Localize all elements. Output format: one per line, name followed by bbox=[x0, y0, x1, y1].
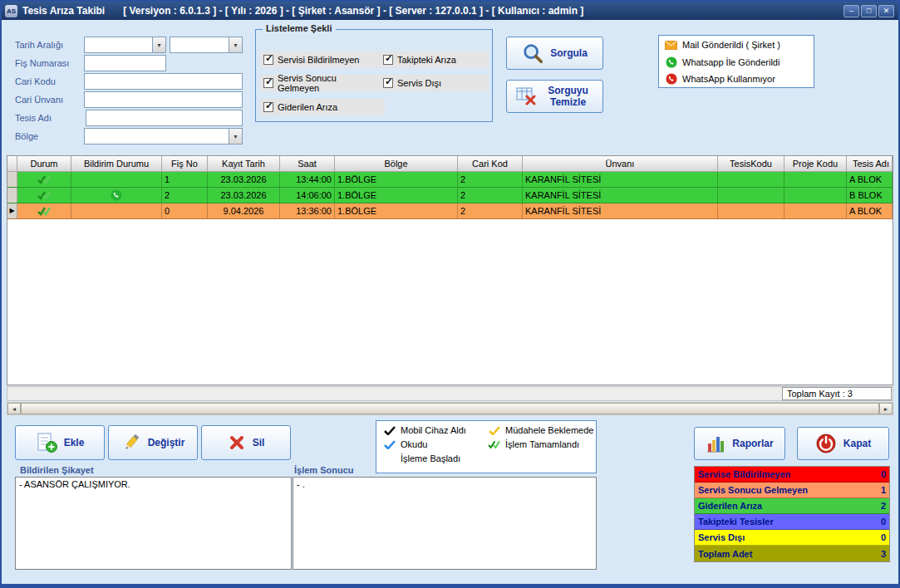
summary-row-takipteki-tesisler: Takipteki Tesisler 0 bbox=[695, 514, 889, 530]
minimize-button[interactable]: – bbox=[843, 5, 859, 17]
chevron-down-icon[interactable]: ▼ bbox=[152, 37, 165, 52]
summary-label: Toplam Adet bbox=[698, 549, 752, 559]
col-header-durum[interactable]: Durum bbox=[17, 156, 71, 172]
summary-value: 3 bbox=[881, 549, 886, 559]
status-double-check-icon bbox=[37, 174, 51, 184]
checkbox-servis-sonucu-gelmeyen[interactable]: ✓ Servis Sonucu Gelmeyen bbox=[260, 75, 380, 91]
delete-x-icon bbox=[228, 434, 246, 452]
close-button[interactable]: ✕ bbox=[878, 5, 894, 17]
legend-label: Müdahele Beklemede bbox=[505, 425, 593, 435]
degistir-button[interactable]: Değiştir bbox=[108, 425, 198, 460]
bildirilen-sikayet-textarea[interactable]: - ASANSÖR ÇALIŞMIYOR. bbox=[15, 477, 292, 570]
status-check-legend: Mobil Cihaz Aldı Okudu İşleme Başladı Mü… bbox=[376, 420, 597, 473]
kapat-button[interactable]: Kapat bbox=[797, 427, 889, 460]
row-selector: ▶ bbox=[7, 188, 17, 203]
checkbox-box-icon: ✓ bbox=[263, 78, 273, 88]
col-header-bolge[interactable]: Bölge bbox=[335, 156, 458, 172]
header-selector bbox=[7, 156, 17, 172]
islem-sonucu-label: İşlem Sonucu bbox=[294, 465, 354, 475]
cari-unvani-input[interactable] bbox=[84, 91, 243, 108]
summary-label: Giderilen Arıza bbox=[698, 501, 762, 511]
power-icon bbox=[815, 433, 837, 454]
raporlar-button[interactable]: Raporlar bbox=[694, 427, 785, 460]
title-bar[interactable]: AS Tesis Arıza Takibi [ Versiyon : 6.0.1… bbox=[2, 2, 898, 20]
col-header-proje-kodu[interactable]: Proje Kodu bbox=[784, 156, 847, 172]
cell-bildirim-durumu bbox=[71, 203, 162, 218]
col-header-tesis-kodu[interactable]: TesisKodu bbox=[718, 156, 784, 172]
status-double-check-icon bbox=[37, 190, 51, 200]
bildirilen-sikayet-label: Bildirilen Şikayet bbox=[20, 465, 94, 475]
checkbox-giderilen-ariza[interactable]: ✓ Giderilen Arıza bbox=[260, 99, 337, 115]
checkbox-servisi-bildirilmeyen[interactable]: ✓ Servisi Bildirilmeyen bbox=[260, 51, 380, 68]
cari-kodu-input[interactable] bbox=[84, 73, 243, 90]
cell-durum bbox=[17, 203, 71, 218]
col-header-fis-no[interactable]: Fiş No bbox=[162, 156, 208, 172]
col-header-saat[interactable]: Saat bbox=[280, 156, 335, 172]
cell-bolge: 1.BÖLGE bbox=[335, 203, 458, 218]
scroll-right-button[interactable]: ► bbox=[879, 403, 893, 414]
sorguyu-temizle-button[interactable]: Sorguyu Temizle bbox=[506, 80, 603, 113]
label-cari-kodu: Cari Kodu bbox=[15, 76, 56, 86]
checkbox-box-icon: ✓ bbox=[383, 55, 393, 65]
sorgula-button[interactable]: Sorgula bbox=[506, 37, 603, 70]
cell-tesis-adi: A BLOK bbox=[847, 172, 893, 187]
bolge-select[interactable]: ▼ bbox=[84, 128, 243, 145]
app-icon[interactable]: AS bbox=[5, 5, 17, 17]
checkbox-servis-disi[interactable]: ✓ Servis Dışı bbox=[380, 75, 441, 91]
pencil-icon bbox=[121, 433, 141, 453]
sorguyu-temizle-label: Sorguyu Temizle bbox=[543, 85, 594, 109]
col-header-tesis-adi[interactable]: Tesis Adı bbox=[847, 156, 893, 172]
cell-cari-kod: 2 bbox=[458, 188, 523, 203]
summary-row-servise-bildirilmeyen: Servise Bildirilmeyen 0 bbox=[695, 467, 889, 483]
selected-row-arrow-icon: ▶ bbox=[9, 208, 14, 214]
date-to-select[interactable]: ▼ bbox=[170, 37, 243, 53]
whatsapp-red-icon bbox=[666, 73, 677, 85]
cell-kayit-tarih: 9.04.2026 bbox=[208, 203, 280, 218]
cell-tesis-adi: A BLOK bbox=[847, 203, 893, 218]
legend-label: İşleme Başladı bbox=[401, 453, 460, 463]
clear-query-icon bbox=[516, 87, 536, 105]
fis-numarasi-input[interactable] bbox=[84, 55, 166, 71]
summary-value: 2 bbox=[881, 501, 886, 511]
table-row[interactable]: ▶ 0 9.04.2026 13:36:00 1.BÖLGE 2 KARANFİ… bbox=[7, 203, 893, 219]
date-from-select[interactable]: ▼ bbox=[84, 37, 166, 53]
col-header-unvani[interactable]: Ünvanı bbox=[523, 156, 718, 172]
scrollbar-thumb[interactable] bbox=[21, 403, 879, 414]
col-header-cari-kod[interactable]: Cari Kod bbox=[458, 156, 523, 172]
summary-label: Servis Sonucu Gelmeyen bbox=[698, 485, 808, 495]
ekle-button[interactable]: Ekle bbox=[15, 425, 105, 460]
cell-kayit-tarih: 23.03.2026 bbox=[208, 172, 280, 187]
cell-tesis-kodu bbox=[718, 203, 784, 218]
checkbox-takipteki-ariza[interactable]: ✓ Takipteki Arıza bbox=[380, 51, 456, 68]
cell-tesis-kodu bbox=[718, 172, 784, 187]
checkbox-row: ✓ Servis Sonucu Gelmeyen ✓ Servis Dışı bbox=[260, 75, 489, 91]
toplam-kayit-label: Toplam Kayıt : 3 bbox=[787, 389, 853, 399]
cell-durum bbox=[17, 172, 71, 187]
col-header-bildirim-durumu[interactable]: Bildirim Durumu bbox=[71, 156, 162, 172]
ekle-label: Ekle bbox=[64, 437, 85, 448]
cell-kayit-tarih: 23.03.2026 bbox=[208, 188, 280, 203]
row-selector: ▶ bbox=[7, 203, 17, 218]
table-row[interactable]: ▶ 1 23.03.2026 13:44:00 1.BÖLGE 2 KARANF… bbox=[7, 172, 893, 188]
col-header-kayit-tarih[interactable]: Kayıt Tarih bbox=[208, 156, 280, 172]
summary-row-servis-sonucu-gelmeyen: Servis Sonucu Gelmeyen 1 bbox=[695, 483, 889, 498]
cell-proje-kodu bbox=[784, 172, 847, 187]
scroll-left-button[interactable]: ◄ bbox=[7, 403, 21, 414]
sil-button[interactable]: Sil bbox=[201, 425, 291, 460]
chevron-down-icon[interactable]: ▼ bbox=[229, 129, 242, 144]
checkbox-label: Servis Dışı bbox=[397, 78, 441, 88]
chevron-down-icon[interactable]: ▼ bbox=[229, 37, 242, 52]
search-icon bbox=[522, 42, 543, 64]
horizontal-scrollbar[interactable]: ◄ ► bbox=[7, 402, 893, 415]
cell-fis-no: 0 bbox=[162, 203, 208, 218]
tesis-adi-input[interactable] bbox=[86, 110, 243, 126]
cell-unvani: KARANFİL SİTESİ bbox=[523, 172, 718, 187]
summary-value: 0 bbox=[881, 517, 886, 527]
checkbox-box-icon: ✓ bbox=[383, 78, 393, 88]
islem-sonucu-textarea[interactable]: - . bbox=[293, 477, 597, 570]
maximize-button[interactable]: □ bbox=[861, 5, 877, 17]
kapat-label: Kapat bbox=[843, 438, 871, 449]
table-row[interactable]: ▶ 2 23.03.2026 14:06:00 1.BÖLGE 2 KARANF… bbox=[7, 188, 893, 203]
checkbox-label: Giderilen Arıza bbox=[278, 102, 337, 112]
status-double-check-icon bbox=[37, 206, 51, 216]
